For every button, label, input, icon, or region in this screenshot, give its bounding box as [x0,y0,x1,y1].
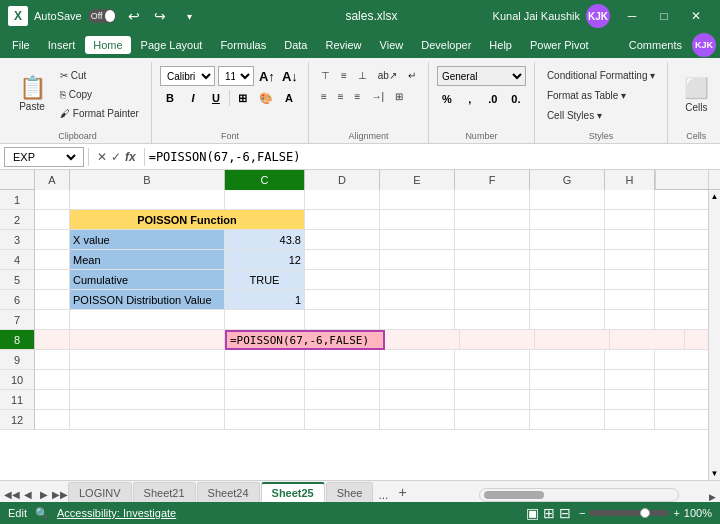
increase-decimal-button[interactable]: .0 [483,89,503,109]
cell-e4[interactable] [380,250,455,270]
cell-d6[interactable] [305,290,380,310]
align-left-button[interactable]: ≡ [317,87,331,105]
cell-a3[interactable] [35,230,70,250]
increase-font-button[interactable]: A↑ [257,66,277,86]
cell-f8[interactable] [535,330,610,350]
menu-file[interactable]: File [4,36,38,54]
cell-d1[interactable] [305,190,380,210]
insert-function-button[interactable]: fx [125,150,136,164]
cell-styles-button[interactable]: Cell Styles ▾ [543,106,659,124]
format-as-table-button[interactable]: Format as Table ▾ [543,86,659,104]
undo-button[interactable]: ↩ [122,4,146,28]
cell-a1[interactable] [35,190,70,210]
cell-e1[interactable] [380,190,455,210]
cell-g4[interactable] [530,250,605,270]
cell-e10[interactable] [380,370,455,390]
row-header-10[interactable]: 10 [0,370,35,390]
underline-button[interactable]: U [206,88,226,108]
sheet-tab-more[interactable]: ... [374,488,392,502]
cell-a12[interactable] [35,410,70,430]
cell-e7[interactable] [380,310,455,330]
cell-c6[interactable]: 1 [225,290,305,310]
sheet-nav-first[interactable]: ◀◀ [4,486,20,502]
cell-e12[interactable] [380,410,455,430]
ribbon-user-avatar[interactable]: KJK [692,33,716,57]
cell-g11[interactable] [530,390,605,410]
cell-h5[interactable] [605,270,655,290]
col-header-h[interactable]: H [605,170,655,190]
row-header-7[interactable]: 7 [0,310,35,330]
col-header-a[interactable]: A [35,170,70,190]
cell-b5[interactable]: Cumulative [70,270,225,290]
horizontal-scrollbar[interactable] [479,488,679,502]
cell-f4[interactable] [455,250,530,270]
cell-e9[interactable] [380,350,455,370]
orientation-button[interactable]: ab↗ [374,66,401,84]
sheet-tab-sheet21[interactable]: Sheet21 [133,482,196,502]
row-header-1[interactable]: 1 [0,190,35,210]
cell-h1[interactable] [605,190,655,210]
col-header-e[interactable]: E [380,170,455,190]
cell-d11[interactable] [305,390,380,410]
scroll-down-arrow[interactable]: ▼ [711,469,719,478]
bold-button[interactable]: B [160,88,180,108]
cell-g3[interactable] [530,230,605,250]
cell-e3[interactable] [380,230,455,250]
cell-b10[interactable] [70,370,225,390]
sheet-tab-sheet25[interactable]: Sheet25 [261,482,325,502]
comments-button[interactable]: Comments [621,36,690,54]
minimize-button[interactable]: ─ [616,0,648,32]
cell-c10[interactable] [225,370,305,390]
cell-b3[interactable]: X value [70,230,225,250]
italic-button[interactable]: I [183,88,203,108]
percent-button[interactable]: % [437,89,457,109]
cell-b12[interactable] [70,410,225,430]
cell-d2[interactable] [305,210,380,230]
redo-button[interactable]: ↪ [148,4,172,28]
cell-b8[interactable] [70,330,225,350]
cut-button[interactable]: ✂ Cut [56,66,143,84]
cell-h6[interactable] [605,290,655,310]
menu-view[interactable]: View [372,36,412,54]
formula-cancel-button[interactable]: ✕ [97,150,107,164]
cell-h9[interactable] [605,350,655,370]
cell-h10[interactable] [605,370,655,390]
cell-e5[interactable] [380,270,455,290]
cells-button[interactable]: ⬜ Cells [676,66,716,122]
sheet-nav-last[interactable]: ▶▶ [52,486,68,502]
row-header-5[interactable]: 5 [0,270,35,290]
sheet-tab-add[interactable]: + [392,482,412,502]
autosave-toggle[interactable]: Off [88,9,116,23]
vertical-scrollbar[interactable]: ▲ ▼ [708,190,720,480]
cell-d8[interactable] [385,330,460,350]
normal-view-button[interactable]: ▣ [526,505,539,521]
cell-h11[interactable] [605,390,655,410]
cell-c7[interactable] [225,310,305,330]
align-top-button[interactable]: ⊤ [317,66,334,84]
font-size-select[interactable]: 11 [218,66,254,86]
merge-button[interactable]: ⊞ [391,87,407,105]
name-box-select[interactable]: EXP [9,150,79,164]
font-family-select[interactable]: Calibri [160,66,215,86]
menu-help[interactable]: Help [481,36,520,54]
align-right-button[interactable]: ≡ [351,87,365,105]
close-button[interactable]: ✕ [680,0,712,32]
cell-e11[interactable] [380,390,455,410]
menu-formulas[interactable]: Formulas [212,36,274,54]
cell-h7[interactable] [605,310,655,330]
cell-d3[interactable] [305,230,380,250]
cell-a9[interactable] [35,350,70,370]
cell-d7[interactable] [305,310,380,330]
user-avatar[interactable]: KJK [586,4,610,28]
col-header-b[interactable]: B [70,170,225,190]
cell-b6[interactable]: POISSON Distribution Value [70,290,225,310]
cell-a8[interactable] [35,330,70,350]
decrease-font-button[interactable]: A↓ [280,66,300,86]
cell-h4[interactable] [605,250,655,270]
number-format-select[interactable]: General [437,66,526,86]
cell-f3[interactable] [455,230,530,250]
indent-button[interactable]: →| [367,87,388,105]
cell-f6[interactable] [455,290,530,310]
menu-developer[interactable]: Developer [413,36,479,54]
row-header-2[interactable]: 2 [0,210,35,230]
